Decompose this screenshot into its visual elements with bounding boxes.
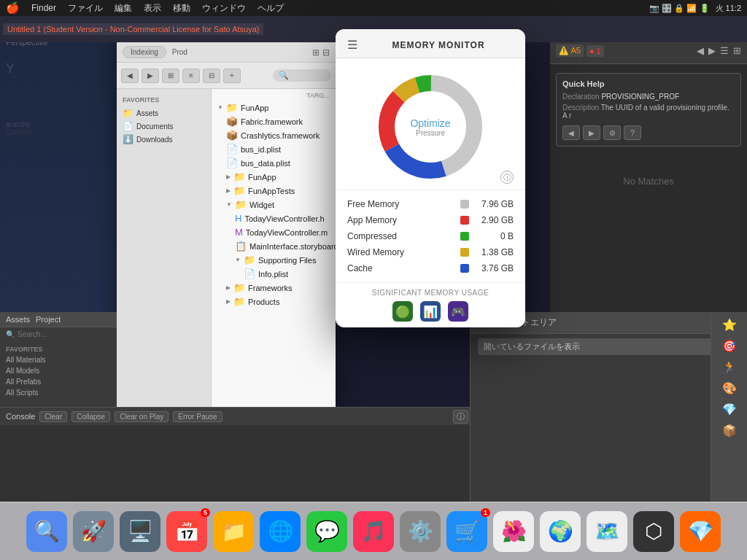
dock-calendar[interactable]: 📅 5 bbox=[166, 511, 207, 552]
list-item[interactable]: 📁 Widget bbox=[214, 198, 333, 211]
list-item[interactable]: 📁 FunApp bbox=[214, 101, 333, 114]
view-list[interactable]: ≡ bbox=[182, 69, 200, 83]
mm-info-button[interactable]: ⓘ bbox=[500, 171, 514, 184]
mm-menu-icon[interactable]: ☰ bbox=[347, 38, 357, 52]
mm-stat-compressed: Compressed 0 B bbox=[347, 228, 514, 244]
mm-pressure-label: Pressure bbox=[410, 129, 450, 137]
list-item[interactable]: 📦 Fabric.framework bbox=[214, 114, 333, 128]
right-icon-2[interactable]: 🎯 bbox=[722, 339, 737, 353]
list-item[interactable]: 📄 bus_id.plist bbox=[214, 142, 333, 156]
forward-button[interactable]: ▶ bbox=[142, 69, 159, 83]
right-icon-1[interactable]: ⭐ bbox=[722, 318, 737, 332]
column-header: TARG... bbox=[214, 92, 333, 99]
dock-blender[interactable]: 💎 bbox=[680, 511, 721, 552]
disclosure-icon bbox=[226, 284, 231, 291]
menubar-help[interactable]: ヘルプ bbox=[258, 2, 284, 15]
apple-menu[interactable]: 🍎 bbox=[6, 1, 20, 15]
back-button[interactable]: ◀ bbox=[121, 69, 139, 83]
menubar-go[interactable]: 移動 bbox=[173, 2, 190, 15]
menubar-finder[interactable]: Finder bbox=[31, 3, 56, 13]
file-label: Fabric.framework bbox=[241, 117, 303, 126]
menubar-edit[interactable]: 編集 bbox=[115, 2, 132, 15]
mm-sig-icon-1[interactable]: 🟢 bbox=[392, 301, 413, 322]
view-icons[interactable]: ⊞ bbox=[162, 69, 179, 83]
mm-header: ☰ MEMORY MONITOR bbox=[336, 29, 525, 58]
dock-messages[interactable]: 💬 bbox=[306, 511, 347, 552]
list-item[interactable]: 📁 FunApp bbox=[214, 170, 333, 184]
right-icon-4[interactable]: 🎨 bbox=[722, 381, 737, 395]
list-item[interactable]: 📁 FunAppTests bbox=[214, 184, 333, 198]
tab-indexing[interactable]: Indexing bbox=[123, 46, 166, 58]
error-pause-button[interactable]: Error Pause bbox=[173, 411, 222, 422]
console-info-button[interactable]: ⓘ bbox=[453, 410, 468, 424]
mm-sig-title: SIGNIFICANT MEMORY USAGE bbox=[347, 289, 514, 297]
clear-on-play-button[interactable]: Clear on Play bbox=[115, 411, 169, 422]
assets-item-materials[interactable]: All Materials bbox=[3, 354, 114, 365]
menubar-window[interactable]: ウィンドウ bbox=[202, 2, 246, 15]
assets-item-scripts[interactable]: All Scripts bbox=[3, 387, 114, 398]
right-panel-dropdown[interactable]: 開いているファイルを表示 ▼ bbox=[478, 338, 740, 355]
file-label: FunAppTests bbox=[248, 187, 295, 195]
declaration-label: Declaration bbox=[562, 93, 600, 101]
favorites-label: Favorites bbox=[117, 93, 211, 106]
menubar-file[interactable]: ファイル bbox=[68, 2, 103, 15]
mm-sig-icon-3[interactable]: 🎮 bbox=[448, 301, 468, 322]
dock-safari[interactable]: 🌐 bbox=[260, 511, 301, 552]
list-item[interactable]: H TodayViewController.h bbox=[214, 211, 333, 225]
sidebar-item-assets[interactable]: 📁Assets bbox=[117, 106, 211, 120]
list-item[interactable]: M TodayViewController.m bbox=[214, 225, 333, 239]
finder-search[interactable]: 🔍 bbox=[273, 69, 331, 82]
dock-photos[interactable]: 🌺 bbox=[493, 511, 534, 552]
calendar-badge: 5 bbox=[201, 508, 210, 517]
xcode-btn-1[interactable]: ◀ bbox=[562, 125, 580, 140]
mm-stat-app: App Memory 2.90 GB bbox=[347, 212, 514, 228]
list-item[interactable]: 📁 Products bbox=[214, 295, 333, 308]
assets-search: 🔍 bbox=[0, 327, 117, 341]
finder-content: Favorites 📁Assets 📄Documents ⬇️Downloads… bbox=[117, 89, 336, 459]
dock-appstore[interactable]: 🛒 1 bbox=[446, 511, 487, 552]
sidebar-item-downloads[interactable]: ⬇️Downloads bbox=[117, 133, 211, 146]
mm-sig-icon-2[interactable]: 📊 bbox=[420, 301, 441, 322]
dock-chrome[interactable]: 🌍 bbox=[540, 511, 581, 552]
right-icon-5[interactable]: 💎 bbox=[722, 402, 737, 416]
sidebar-item-documents[interactable]: 📄Documents bbox=[117, 120, 211, 133]
list-item[interactable]: 📁 Supporting Files bbox=[214, 253, 333, 267]
list-item[interactable]: 📋 MainInterface.storyboard bbox=[214, 239, 333, 253]
xcode-btn-2[interactable]: ▶ bbox=[583, 125, 600, 140]
right-icon-6[interactable]: 📦 bbox=[722, 424, 737, 438]
dock-unity[interactable]: ⬡ bbox=[633, 511, 674, 552]
xcode-buttons: ◀ ▶ ⚙ ? bbox=[562, 125, 735, 140]
new-folder[interactable]: + bbox=[223, 69, 241, 83]
dock-finder[interactable]: 🔍 bbox=[26, 511, 67, 552]
dock-files[interactable]: 📁 bbox=[213, 511, 254, 552]
file-label: Supporting Files bbox=[258, 256, 317, 265]
tab-prod[interactable]: Prod bbox=[172, 48, 187, 56]
view-columns[interactable]: ⊟ bbox=[203, 69, 220, 83]
assets-item-prefabs[interactable]: All Prefabs bbox=[3, 376, 114, 387]
assets-label[interactable]: Assets bbox=[6, 315, 30, 324]
menubar-view[interactable]: 表示 bbox=[144, 2, 161, 15]
xcode-btn-3[interactable]: ⚙ bbox=[603, 125, 621, 140]
xcode-btn-4[interactable]: ? bbox=[624, 125, 641, 140]
right-icons-panel: ⭐ 🎯 🏃 🎨 💎 📦 bbox=[711, 312, 747, 502]
list-item[interactable]: 📄 Info.plist bbox=[214, 267, 333, 281]
list-item[interactable]: 📄 bus_data.plist bbox=[214, 156, 333, 170]
mm-stats: Free Memory 7.96 GB App Memory 2.90 GB C… bbox=[336, 190, 525, 282]
clear-button[interactable]: Clear bbox=[39, 411, 67, 422]
list-item[interactable]: 📦 Crashlytics.framework bbox=[214, 128, 333, 142]
collapse-button[interactable]: Collapse bbox=[71, 411, 110, 422]
list-item[interactable]: 📁 Frameworks bbox=[214, 281, 333, 295]
assets-item-models[interactable]: All Models bbox=[3, 365, 114, 376]
project-label[interactable]: Project bbox=[36, 315, 61, 324]
dock-settings[interactable]: ⚙️ bbox=[400, 511, 441, 552]
xcode-content: Quick Help Declaration PROVISIONING_PROF… bbox=[550, 64, 747, 192]
right-icon-3[interactable]: 🏃 bbox=[722, 360, 737, 374]
xcode-description: Description The UUID of a valid provisio… bbox=[562, 104, 735, 120]
no-matches-text: No Matches bbox=[556, 176, 741, 187]
assets-search-input[interactable] bbox=[18, 330, 111, 338]
disclosure-icon bbox=[226, 201, 232, 208]
dock-music[interactable]: 🎵 bbox=[353, 511, 394, 552]
dock-maps[interactable]: 🗺️ bbox=[587, 511, 627, 552]
dock-screen[interactable]: 🖥️ bbox=[120, 511, 160, 552]
dock-launchpad[interactable]: 🚀 bbox=[73, 511, 114, 552]
